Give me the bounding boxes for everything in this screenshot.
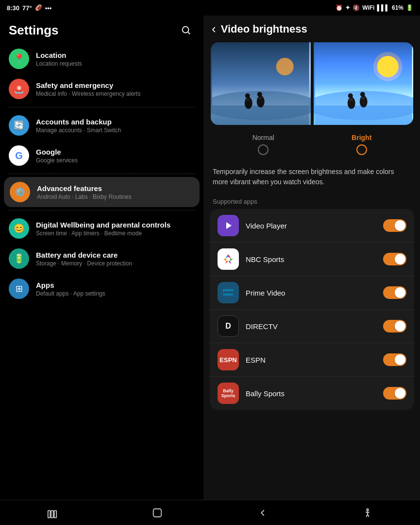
back-nav-button[interactable]: [210, 500, 315, 525]
svg-rect-13: [257, 97, 262, 99]
advanced-title: Advanced features: [37, 184, 194, 192]
location-icon: 📍: [9, 49, 29, 69]
status-bar: 8:30 77° 🏈 ••• ⏰ ✦ 🔇 WiFi ▌▌▌ 61% 🔋: [0, 0, 420, 16]
app-item-nbc[interactable]: NBC Sports: [210, 243, 414, 276]
alarm-icon: ⏰: [336, 4, 343, 11]
google-title: Google: [36, 148, 195, 156]
panel-title: Video brightness: [221, 23, 307, 35]
svg-rect-37: [51, 510, 53, 518]
app-item-prime[interactable]: primevideo Prime Video: [210, 276, 414, 310]
wellbeing-title: Digital Wellbeing and parental controls: [36, 221, 195, 229]
normal-radio[interactable]: [258, 144, 269, 155]
accessibility-button[interactable]: [315, 500, 420, 525]
accounts-title: Accounts and backup: [36, 118, 195, 126]
home-button[interactable]: [105, 500, 210, 525]
battery-subtitle: Storage · Memory · Device protection: [36, 260, 195, 267]
battery-care-icon: 🔋: [9, 248, 29, 269]
advanced-icon: ⚙️: [10, 182, 30, 202]
directv-icon: D: [218, 315, 239, 337]
settings-item-wellbeing[interactable]: 😊 Digital Wellbeing and parental control…: [0, 213, 203, 244]
settings-item-google[interactable]: G Google Google services: [0, 140, 203, 171]
svg-rect-22: [348, 99, 353, 101]
accounts-subtitle: Manage accounts · Smart Switch: [36, 127, 195, 134]
google-subtitle: Google services: [36, 157, 195, 164]
video-player-name: Video Player: [246, 222, 376, 230]
bottom-nav: [0, 500, 420, 525]
espn-toggle[interactable]: [383, 353, 406, 366]
apps-subtitle: Default apps · App settings: [36, 290, 195, 297]
recent-apps-button[interactable]: [0, 500, 105, 525]
battery-title: Battery and device care: [36, 251, 195, 259]
svg-rect-38: [54, 510, 57, 518]
accounts-icon: 🔄: [9, 115, 29, 136]
settings-item-advanced[interactable]: ⚙️ Advanced features Android Auto · Labs…: [4, 177, 200, 207]
safety-icon: 🚨: [9, 79, 29, 99]
safety-subtitle: Medical info · Wireless emergency alerts: [36, 90, 195, 97]
directv-name: DIRECTV: [246, 322, 376, 331]
app-item-directv[interactable]: D DIRECTV: [210, 310, 414, 343]
location-title: Location: [36, 51, 195, 59]
settings-item-safety[interactable]: 🚨 Safety and emergency Medical info · Wi…: [0, 74, 203, 104]
svg-point-5: [276, 58, 294, 75]
signal-icon: ▌▌▌: [377, 4, 389, 11]
app-item-espn[interactable]: ESPN ESPN: [210, 343, 414, 377]
preview-container: [211, 42, 413, 125]
panel-header: ‹ Video brightness: [204, 16, 420, 42]
normal-option[interactable]: Normal: [252, 134, 274, 155]
divider-1: [9, 107, 195, 107]
svg-point-25: [360, 92, 365, 97]
svg-rect-9: [245, 99, 250, 101]
battery-icon: 🔋: [406, 4, 413, 11]
directv-toggle[interactable]: [383, 320, 406, 332]
prime-name: Prime Video: [246, 289, 376, 297]
advanced-subtitle: Android Auto · Labs · Bixby Routines: [37, 193, 194, 200]
bally-toggle[interactable]: [383, 387, 406, 400]
svg-line-43: [368, 514, 369, 517]
back-button[interactable]: ‹: [212, 21, 216, 36]
svg-point-18: [373, 52, 402, 81]
nbc-name: NBC Sports: [246, 255, 376, 263]
svg-point-40: [367, 508, 369, 510]
bright-option[interactable]: Bright: [352, 134, 371, 155]
signal-dots: •••: [45, 4, 52, 12]
google-icon: G: [9, 145, 29, 166]
svg-marker-27: [226, 222, 232, 229]
divider-2: [9, 174, 195, 174]
temperature: 77°: [22, 4, 32, 12]
video-brightness-panel: ‹ Video brightness: [204, 16, 420, 500]
wellbeing-icon: 😊: [9, 218, 29, 239]
espn-name: ESPN: [246, 356, 376, 364]
settings-title: Settings: [9, 23, 59, 38]
video-player-toggle[interactable]: [383, 219, 406, 232]
search-button[interactable]: [177, 21, 195, 39]
app-item-video-player[interactable]: Video Player: [210, 209, 414, 243]
settings-item-apps[interactable]: ⊞ Apps Default apps · App settings: [0, 274, 203, 304]
time: 8:30: [7, 4, 19, 12]
app-item-bally[interactable]: BallySports Bally Sports: [210, 377, 414, 410]
svg-point-12: [257, 92, 262, 97]
settings-item-accounts[interactable]: 🔄 Accounts and backup Manage accounts · …: [0, 110, 203, 140]
divider-3: [9, 210, 195, 210]
svg-point-8: [245, 93, 250, 98]
bluetooth-icon: ✦: [345, 4, 350, 11]
nbc-icon: [218, 248, 239, 270]
nbc-toggle[interactable]: [383, 253, 406, 265]
svg-rect-4: [212, 105, 309, 125]
supported-apps-label: Supported apps: [204, 196, 420, 209]
mute-icon: 🔇: [353, 4, 360, 11]
settings-header: Settings: [0, 16, 203, 44]
svg-rect-26: [360, 97, 365, 99]
espn-icon: ESPN: [218, 349, 239, 370]
settings-item-location[interactable]: 📍 Location Location requests: [0, 44, 203, 74]
safety-title: Safety and emergency: [36, 81, 195, 89]
svg-point-0: [183, 27, 189, 33]
prime-toggle[interactable]: [383, 286, 406, 299]
bright-radio[interactable]: [356, 144, 367, 155]
prime-icon: primevideo: [218, 282, 239, 303]
svg-rect-39: [153, 508, 162, 517]
apps-title: Apps: [36, 281, 195, 289]
bally-name: Bally Sports: [246, 389, 376, 398]
settings-item-battery[interactable]: 🔋 Battery and device care Storage · Memo…: [0, 244, 203, 274]
main-content: Settings 📍 Location Location requests 🚨: [0, 16, 420, 500]
app-list: Video Player: [210, 209, 414, 410]
